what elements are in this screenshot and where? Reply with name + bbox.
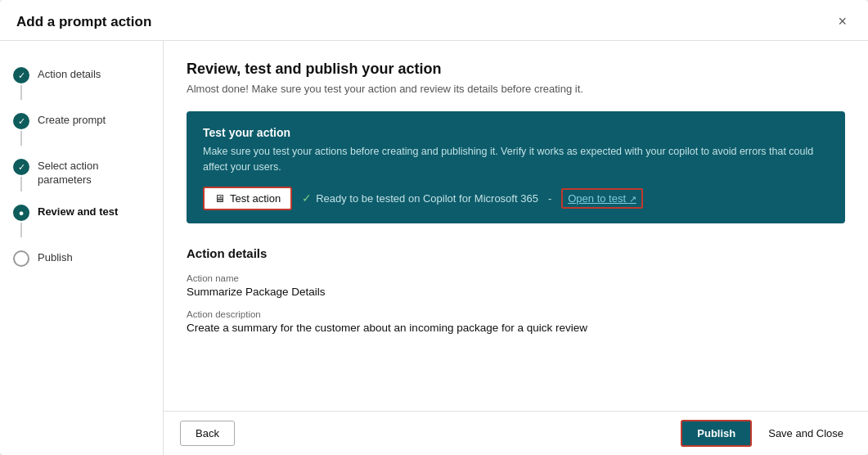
- test-card-desc: Make sure you test your actions before c…: [203, 144, 829, 175]
- step-3-circle: ✓: [13, 159, 29, 175]
- step-4-indicator: ●: [13, 205, 29, 237]
- step-5-indicator: [13, 250, 29, 267]
- step-5-circle: [13, 250, 29, 267]
- step-2-indicator: ✓: [13, 113, 29, 146]
- step-4-circle: ●: [13, 205, 29, 221]
- main-content: Review, test and publish your action Alm…: [164, 41, 868, 455]
- step-2-label: Create prompt: [38, 113, 106, 128]
- test-card-title: Test your action: [203, 126, 829, 139]
- open-to-test-link[interactable]: Open to test ↗: [561, 188, 642, 209]
- test-action-label: Test action: [230, 192, 281, 205]
- step-3-line: [20, 177, 22, 191]
- step-2-circle: ✓: [13, 113, 29, 129]
- test-action-button[interactable]: 🖥 Test action: [203, 187, 292, 210]
- test-card-actions: 🖥 Test action ✓ Ready to be tested on Co…: [203, 187, 829, 210]
- modal-title: Add a prompt action: [16, 14, 151, 30]
- sidebar: ✓ Action details ✓ Create prompt ✓: [0, 41, 164, 455]
- step-1-line: [20, 85, 22, 100]
- sidebar-item-review-and-test[interactable]: ● Review and test: [0, 198, 163, 244]
- step-1-circle: ✓: [13, 67, 29, 83]
- publish-button[interactable]: Publish: [681, 420, 752, 447]
- step-1-label: Action details: [38, 67, 101, 82]
- footer-right: Publish Save and Close: [681, 420, 852, 447]
- test-status: ✓ Ready to be tested on Copilot for Micr…: [302, 191, 538, 205]
- close-button[interactable]: ×: [833, 11, 852, 32]
- modal-footer: Back Publish Save and Close: [164, 411, 868, 455]
- status-text: Ready to be tested on Copilot for Micros…: [316, 192, 538, 205]
- step-3-label: Select action parameters: [38, 159, 150, 187]
- test-card: Test your action Make sure you test your…: [187, 111, 845, 223]
- modal-header: Add a prompt action ×: [0, 0, 868, 41]
- action-name-value: Summarize Package Details: [187, 286, 845, 298]
- modal-container: Add a prompt action × ✓ Action details ✓…: [0, 0, 868, 455]
- back-button[interactable]: Back: [180, 421, 235, 446]
- modal-body: ✓ Action details ✓ Create prompt ✓: [0, 41, 868, 455]
- action-details-section: Action details Action name Summarize Pac…: [187, 246, 845, 334]
- action-desc-value: Create a summary for the customer about …: [187, 322, 845, 334]
- step-4-label: Review and test: [38, 205, 118, 219]
- step-5-label: Publish: [38, 250, 73, 265]
- step-2-line: [20, 131, 22, 146]
- step-3-indicator: ✓: [13, 159, 29, 191]
- test-icon: 🖥: [214, 192, 225, 205]
- action-name-label: Action name: [187, 273, 845, 283]
- action-details-section-title: Action details: [187, 246, 845, 260]
- footer-left: Back: [180, 421, 235, 446]
- sidebar-item-action-details[interactable]: ✓ Action details: [0, 61, 163, 106]
- sidebar-item-select-action-parameters[interactable]: ✓ Select action parameters: [0, 152, 163, 198]
- step-1-indicator: ✓: [13, 67, 29, 100]
- external-link-icon: ↗: [629, 194, 636, 204]
- sidebar-item-publish[interactable]: Publish: [0, 244, 163, 273]
- action-name-group: Action name Summarize Package Details: [187, 273, 845, 298]
- action-desc-label: Action description: [187, 309, 845, 319]
- checkmark-icon: ✓: [302, 191, 312, 205]
- save-close-button[interactable]: Save and Close: [760, 421, 852, 445]
- separator: -: [548, 192, 551, 205]
- content-area: Review, test and publish your action Alm…: [164, 41, 868, 411]
- page-subtitle: Almost done! Make sure you test your act…: [187, 83, 845, 95]
- action-desc-group: Action description Create a summary for …: [187, 309, 845, 334]
- sidebar-item-create-prompt[interactable]: ✓ Create prompt: [0, 106, 163, 152]
- open-test-label: Open to test: [568, 192, 626, 205]
- step-4-line: [20, 223, 22, 237]
- page-title: Review, test and publish your action: [187, 61, 845, 78]
